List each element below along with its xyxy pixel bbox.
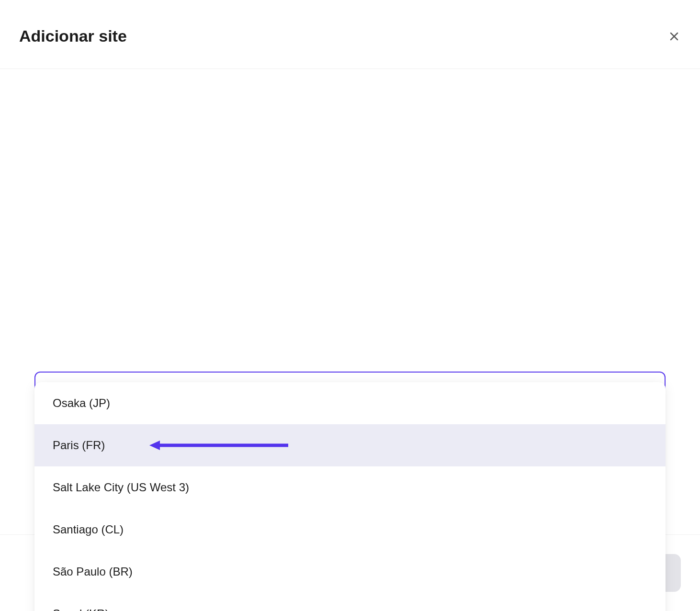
close-icon[interactable] (667, 30, 681, 43)
dropdown-option-label: Salt Lake City (US West 3) (53, 481, 189, 494)
dropdown-option-seoul[interactable]: Seoul (KR) (34, 593, 666, 611)
dropdown-option-paris[interactable]: Paris (FR) (34, 424, 666, 466)
svg-marker-3 (149, 441, 160, 450)
pointer-arrow-icon (149, 440, 288, 451)
dropdown-option-santiago[interactable]: Santiago (CL) (34, 509, 666, 551)
dropdown-option-label: Santiago (CL) (53, 523, 124, 536)
dropdown-option-label: São Paulo (BR) (53, 565, 133, 578)
modal-title: Adicionar site (19, 27, 127, 45)
modal-content: Osaka (JP) Paris (FR) Salt Lake City (US… (0, 372, 700, 498)
datacenter-dropdown-panel: Osaka (JP) Paris (FR) Salt Lake City (US… (34, 382, 666, 611)
modal-header: Adicionar site (0, 0, 700, 69)
dropdown-option-label: Osaka (JP) (53, 396, 110, 409)
dropdown-option-salt-lake-city[interactable]: Salt Lake City (US West 3) (34, 466, 666, 509)
dropdown-option-label: Paris (FR) (53, 439, 105, 452)
dropdown-option-label: Seoul (KR) (53, 607, 109, 611)
dropdown-option-osaka[interactable]: Osaka (JP) (34, 382, 666, 424)
dropdown-option-sao-paulo[interactable]: São Paulo (BR) (34, 551, 666, 593)
